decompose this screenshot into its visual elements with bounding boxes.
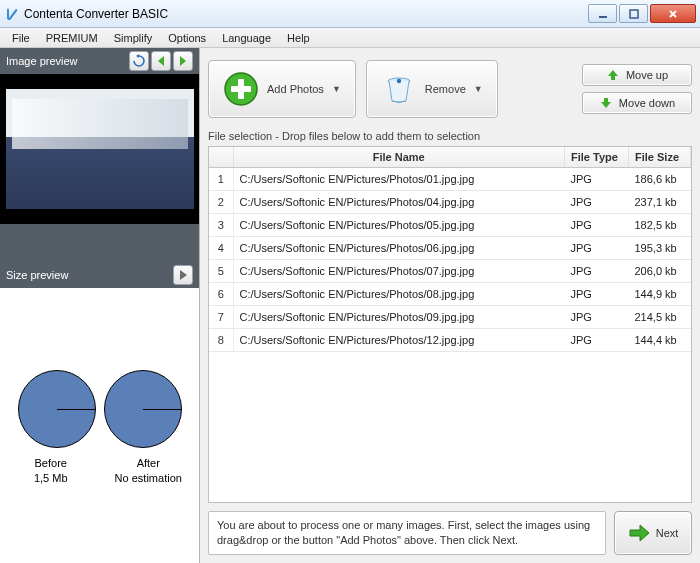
- cell-index: 4: [209, 237, 233, 260]
- window-title: Contenta Converter BASIC: [24, 7, 168, 21]
- app-icon: [4, 6, 20, 22]
- table-row[interactable]: 7C:/Users/Softonic EN/Pictures/Photos/09…: [209, 306, 691, 329]
- prev-button[interactable]: [151, 51, 171, 71]
- caret-down-icon: ▼: [474, 84, 483, 94]
- play-button[interactable]: [173, 265, 193, 285]
- cell-size: 214,5 kb: [629, 306, 691, 329]
- cell-name: C:/Users/Softonic EN/Pictures/Photos/05.…: [233, 214, 565, 237]
- table-row[interactable]: 2C:/Users/Softonic EN/Pictures/Photos/04…: [209, 191, 691, 214]
- cell-name: C:/Users/Softonic EN/Pictures/Photos/04.…: [233, 191, 565, 214]
- after-value: No estimation: [104, 471, 194, 485]
- col-filesize[interactable]: File Size: [629, 147, 691, 168]
- arrow-right-icon: [628, 522, 650, 544]
- remove-label: Remove: [425, 83, 466, 95]
- table-row[interactable]: 3C:/Users/Softonic EN/Pictures/Photos/05…: [209, 214, 691, 237]
- menu-file[interactable]: File: [4, 32, 38, 44]
- cell-type: JPG: [565, 260, 629, 283]
- svg-rect-1: [630, 10, 638, 18]
- table-header: File Name File Type File Size: [209, 147, 691, 168]
- pie-after: [104, 370, 182, 448]
- cell-size: 144,9 kb: [629, 283, 691, 306]
- svg-rect-0: [599, 16, 607, 18]
- move-down-label: Move down: [619, 97, 675, 109]
- cell-name: C:/Users/Softonic EN/Pictures/Photos/08.…: [233, 283, 565, 306]
- col-filetype[interactable]: File Type: [565, 147, 629, 168]
- cell-index: 5: [209, 260, 233, 283]
- titlebar: Contenta Converter BASIC: [0, 0, 700, 28]
- menu-options[interactable]: Options: [160, 32, 214, 44]
- table-row[interactable]: 6C:/Users/Softonic EN/Pictures/Photos/08…: [209, 283, 691, 306]
- before-title: Before: [6, 456, 96, 470]
- spacer: [0, 224, 199, 262]
- table-row[interactable]: 5C:/Users/Softonic EN/Pictures/Photos/07…: [209, 260, 691, 283]
- move-up-button[interactable]: Move up: [582, 64, 692, 86]
- move-up-label: Move up: [626, 69, 668, 81]
- cell-size: 182,5 kb: [629, 214, 691, 237]
- info-text: You are about to process one or many ima…: [217, 519, 590, 546]
- image-preview-header: Image preview: [0, 48, 199, 74]
- arrow-down-icon: [599, 96, 613, 110]
- add-photos-label: Add Photos: [267, 83, 324, 95]
- file-selection-hint: File selection - Drop files below to add…: [208, 128, 692, 146]
- cell-type: JPG: [565, 214, 629, 237]
- minimize-button[interactable]: [588, 4, 617, 23]
- cell-size: 195,3 kb: [629, 237, 691, 260]
- after-title: After: [104, 456, 194, 470]
- main: Image preview Size preview Before 1,: [0, 48, 700, 563]
- image-preview-label: Image preview: [6, 55, 78, 67]
- menu-language[interactable]: Language: [214, 32, 279, 44]
- reorder-buttons: Move up Move down: [582, 64, 692, 114]
- cell-type: JPG: [565, 237, 629, 260]
- maximize-button[interactable]: [619, 4, 648, 23]
- menu-simplify[interactable]: Simplify: [106, 32, 161, 44]
- right-panel: Add Photos ▼ Remove ▼ Move up Move down …: [200, 48, 700, 563]
- cell-index: 6: [209, 283, 233, 306]
- footer: You are about to process one or many ima…: [208, 511, 692, 555]
- cell-index: 7: [209, 306, 233, 329]
- cell-index: 2: [209, 191, 233, 214]
- preview-thumbnail: [6, 89, 194, 209]
- left-panel: Image preview Size preview Before 1,: [0, 48, 200, 563]
- cell-type: JPG: [565, 191, 629, 214]
- cell-type: JPG: [565, 168, 629, 191]
- size-preview-label: Size preview: [6, 269, 68, 281]
- cell-type: JPG: [565, 306, 629, 329]
- add-photos-button[interactable]: Add Photos ▼: [208, 60, 356, 118]
- cell-type: JPG: [565, 283, 629, 306]
- after-label: After No estimation: [104, 456, 194, 485]
- cell-name: C:/Users/Softonic EN/Pictures/Photos/07.…: [233, 260, 565, 283]
- cell-name: C:/Users/Softonic EN/Pictures/Photos/01.…: [233, 168, 565, 191]
- table-row[interactable]: 1C:/Users/Softonic EN/Pictures/Photos/01…: [209, 168, 691, 191]
- cell-size: 237,1 kb: [629, 191, 691, 214]
- svg-rect-4: [231, 86, 251, 92]
- close-button[interactable]: [650, 4, 696, 23]
- remove-button[interactable]: Remove ▼: [366, 60, 498, 118]
- size-preview-header: Size preview: [0, 262, 199, 288]
- move-down-button[interactable]: Move down: [582, 92, 692, 114]
- size-charts: Before 1,5 Mb After No estimation: [0, 288, 199, 563]
- next-button[interactable]: [173, 51, 193, 71]
- menu-premium[interactable]: PREMIUM: [38, 32, 106, 44]
- cell-name: C:/Users/Softonic EN/Pictures/Photos/06.…: [233, 237, 565, 260]
- caret-down-icon: ▼: [332, 84, 341, 94]
- next-button[interactable]: Next: [614, 511, 692, 555]
- table-row[interactable]: 8C:/Users/Softonic EN/Pictures/Photos/12…: [209, 329, 691, 352]
- cell-name: C:/Users/Softonic EN/Pictures/Photos/12.…: [233, 329, 565, 352]
- before-value: 1,5 Mb: [6, 471, 96, 485]
- cell-index: 3: [209, 214, 233, 237]
- image-preview: [0, 74, 200, 224]
- next-label: Next: [656, 527, 679, 539]
- menu-help[interactable]: Help: [279, 32, 318, 44]
- menubar: File PREMIUM Simplify Options Language H…: [0, 28, 700, 48]
- refresh-button[interactable]: [129, 51, 149, 71]
- table-empty-area[interactable]: [209, 352, 691, 502]
- file-table: File Name File Type File Size 1C:/Users/…: [208, 146, 692, 503]
- col-index[interactable]: [209, 147, 233, 168]
- arrow-up-icon: [606, 68, 620, 82]
- table-row[interactable]: 4C:/Users/Softonic EN/Pictures/Photos/06…: [209, 237, 691, 260]
- window-controls: [586, 4, 696, 23]
- col-filename[interactable]: File Name: [233, 147, 565, 168]
- preview-tools: [129, 51, 193, 71]
- info-box: You are about to process one or many ima…: [208, 511, 606, 555]
- cell-name: C:/Users/Softonic EN/Pictures/Photos/09.…: [233, 306, 565, 329]
